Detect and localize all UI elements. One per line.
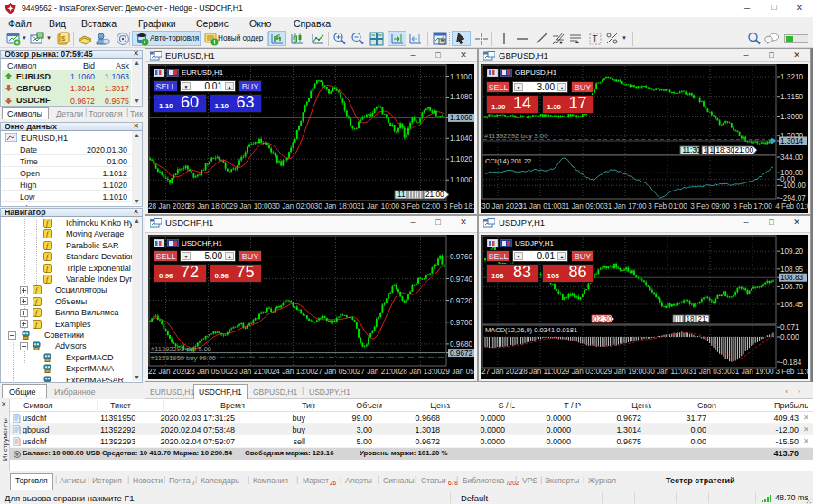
svg-text:27 Jan 21:00: 27 Jan 21:00 [357, 368, 400, 376]
svg-text:0.000: 0.000 [780, 333, 799, 341]
svg-text:28 Jan 18:00: 28 Jan 18:00 [187, 202, 230, 210]
svg-text:3 Feb 01:00: 3 Feb 01:00 [648, 202, 687, 210]
svg-text:0.9740: 0.9740 [450, 275, 472, 284]
svg-text:1.1020: 1.1020 [450, 155, 472, 163]
svg-text:CCI(14) 201.22: CCI(14) 201.22 [485, 157, 531, 165]
svg-text:108.95: 108.95 [780, 266, 803, 274]
svg-text:108.45: 108.45 [780, 301, 803, 309]
svg-text:30 Jan 2020: 30 Jan 2020 [481, 202, 523, 210]
svg-text:0.9700: 0.9700 [450, 319, 472, 327]
svg-text:1.1100: 1.1100 [450, 73, 472, 81]
svg-text:1.1000: 1.1000 [450, 176, 472, 184]
svg-text:0.9680: 0.9680 [450, 341, 472, 349]
svg-text:1: 1 [277, 33, 281, 40]
svg-text:29 Jan 10:00: 29 Jan 10:00 [229, 202, 273, 210]
svg-text:31 Jan 10:00: 31 Jan 10:00 [357, 202, 400, 210]
svg-text:29 Jan 19:00: 29 Jan 19:00 [603, 368, 647, 376]
svg-text:1.3150: 1.3150 [780, 93, 803, 101]
svg-text:3 Feb 11:00: 3 Feb 11:00 [775, 368, 808, 376]
svg-text:30 Jan 18:00: 30 Jan 18:00 [314, 202, 358, 210]
svg-text:30 Jan 02:00: 30 Jan 02:00 [272, 202, 315, 210]
svg-text:1: 1 [710, 146, 715, 154]
svg-text:11:30: 11:30 [683, 146, 701, 154]
svg-text:344.00: 344.00 [780, 154, 803, 162]
svg-text:#11391950 buy 99.00: #11391950 buy 99.00 [151, 354, 216, 362]
svg-text:3 Feb 17:00: 3 Feb 17:00 [733, 202, 772, 210]
svg-text:1.3090: 1.3090 [780, 113, 803, 121]
svg-text:30 Jan 11:00: 30 Jan 11:00 [647, 368, 689, 376]
svg-text:-0.184: -0.184 [780, 359, 802, 367]
svg-text:28 Jan 13:00: 28 Jan 13:00 [399, 368, 443, 376]
svg-text:29 Jan 03:00: 29 Jan 03:00 [561, 368, 604, 376]
svg-text:11: 11 [397, 191, 406, 199]
svg-text:1.1080: 1.1080 [450, 93, 472, 101]
svg-text:21:00: 21:00 [425, 191, 444, 199]
svg-text:0.9760: 0.9760 [450, 253, 472, 261]
svg-text:0.9720: 0.9720 [450, 297, 472, 305]
svg-text:1.3210: 1.3210 [780, 73, 803, 81]
svg-text:1: 1 [704, 146, 708, 154]
svg-text:108.83: 108.83 [780, 274, 803, 282]
svg-text:21:: 21: [698, 315, 708, 323]
svg-text:29 Jan 05:00: 29 Jan 05:00 [442, 368, 474, 376]
svg-text:3 Feb 18:00: 3 Feb 18:00 [444, 202, 474, 210]
svg-text:31 Jan 03:00: 31 Jan 03:00 [688, 368, 732, 376]
svg-text:1.1060: 1.1060 [450, 114, 472, 122]
svg-text:28 Jan 11:00: 28 Jan 11:00 [519, 368, 562, 376]
svg-text:23 Jan 21:00: 23 Jan 21:00 [229, 368, 273, 376]
svg-text:18: 18 [687, 315, 696, 323]
svg-text:21:00: 21:00 [735, 146, 754, 154]
svg-text:$: $ [61, 34, 66, 42]
svg-text:18:30: 18:30 [716, 146, 735, 154]
svg-text:31 Jan 17:00: 31 Jan 17:00 [603, 202, 647, 210]
svg-text:0.071: 0.071 [780, 323, 799, 331]
svg-text:27 Jan 2020: 27 Jan 2020 [481, 368, 523, 376]
svg-text:31 Jan 09:00: 31 Jan 09:00 [561, 202, 604, 210]
svg-text:31 Jan 01:00: 31 Jan 01:00 [519, 202, 562, 210]
svg-text:#11392293 sell 5.00: #11392293 sell 5.00 [151, 345, 211, 353]
svg-text:0.9672: 0.9672 [450, 350, 472, 358]
svg-text:4 Feb 01:00: 4 Feb 01:00 [775, 202, 808, 210]
svg-text:109.20: 109.20 [780, 247, 803, 256]
svg-text:31 Jan 19:00: 31 Jan 19:00 [731, 368, 774, 376]
svg-text:22 Jan 2020: 22 Jan 2020 [148, 368, 190, 376]
svg-text:#11392292 buy 3.00: #11392292 buy 3.00 [484, 132, 548, 140]
svg-text:1.1040: 1.1040 [450, 135, 472, 143]
svg-text:24 Jan 13:00: 24 Jan 13:00 [272, 368, 315, 376]
svg-text:1.3014: 1.3014 [780, 137, 803, 145]
svg-text:-294.07: -294.07 [780, 194, 806, 202]
svg-text:T: T [593, 34, 598, 44]
svg-text:02:30: 02:30 [593, 315, 612, 323]
svg-text:108.70: 108.70 [780, 283, 803, 291]
svg-text:MACD(12,26,9) 0.0341 0.0181: MACD(12,26,9) 0.0341 0.0181 [485, 326, 577, 334]
svg-text:27 Jan 05:00: 27 Jan 05:00 [314, 368, 358, 376]
svg-text:23 Jan 05:00: 23 Jan 05:00 [187, 368, 230, 376]
svg-text:28 Jan 2020: 28 Jan 2020 [148, 202, 190, 210]
svg-text:3 Feb 09:00: 3 Feb 09:00 [690, 202, 730, 210]
svg-text:-100.00: -100.00 [780, 182, 806, 190]
svg-text:3 Feb 02:00: 3 Feb 02:00 [401, 202, 441, 210]
